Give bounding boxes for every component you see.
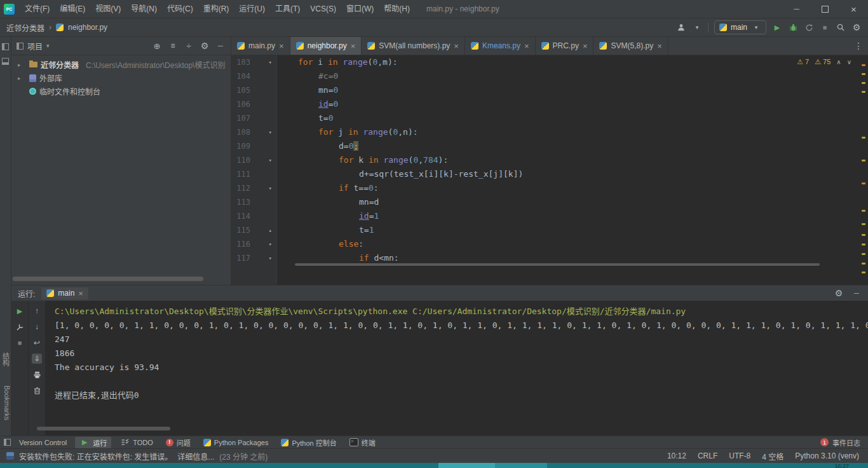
code-text[interactable]: if t==0:: [278, 181, 868, 195]
fold-icon[interactable]: ▾: [250, 237, 278, 251]
console-output[interactable]: C:\Users\Administrator\Desktop\模式识别\分类器作…: [46, 301, 868, 436]
status-details-link[interactable]: 详细信息...: [177, 451, 214, 462]
menu-item[interactable]: VCS(S): [305, 1, 341, 18]
menu-item[interactable]: 文件(F): [20, 1, 55, 18]
status-widget[interactable]: UTF-8: [729, 451, 750, 460]
toolwindow-button-problems[interactable]: !问题: [161, 437, 195, 448]
settings-gear-icon[interactable]: ⚙: [200, 41, 210, 51]
close-icon[interactable]: ×: [454, 41, 459, 51]
fold-icon[interactable]: ▾: [250, 153, 278, 167]
stripe-mark[interactable]: [862, 182, 865, 184]
code-text[interactable]: for k in range(0,784):: [278, 153, 868, 167]
chevron-right-icon[interactable]: ▸: [18, 62, 26, 68]
soft-wrap-icon[interactable]: ↩: [32, 338, 42, 348]
fold-icon[interactable]: ▾: [250, 125, 278, 139]
stripe-mark[interactable]: [862, 210, 865, 212]
toolwindow-button-terminal[interactable]: 终端: [345, 437, 380, 448]
project-panel-title[interactable]: 项目: [27, 41, 43, 52]
toolwindow-switcher-icon[interactable]: [4, 439, 11, 446]
tree-item[interactable]: ▸近邻分类器C:\Users\Administrator\Desktop\模式识…: [11, 58, 231, 71]
notification-icon[interactable]: [6, 452, 14, 460]
tree-item[interactable]: ▸外部库: [11, 71, 231, 85]
tree-item[interactable]: 临时文件和控制台: [11, 85, 231, 98]
status-widget[interactable]: 10:12: [667, 451, 686, 460]
stripe-mark[interactable]: [862, 272, 865, 273]
maximize-button[interactable]: [811, 0, 839, 18]
chevron-down-icon[interactable]: ▾: [46, 43, 50, 49]
stripe-mark[interactable]: [862, 223, 865, 225]
down-stack-icon[interactable]: ↓: [32, 322, 42, 332]
close-icon[interactable]: ×: [351, 41, 356, 51]
code-text[interactable]: t=0: [278, 111, 868, 125]
target-icon[interactable]: ⊕: [152, 41, 162, 51]
error-stripe[interactable]: [862, 55, 867, 285]
menu-item[interactable]: 工具(T): [270, 1, 305, 18]
breadcrumb-root[interactable]: 近邻分类器: [6, 22, 44, 33]
rerun-icon[interactable]: ▶: [15, 306, 25, 316]
toolwindow-button-run[interactable]: ▶运行: [75, 437, 111, 448]
hide-icon[interactable]: ─: [851, 288, 862, 298]
taskbar-app[interactable]: [495, 463, 547, 468]
code-text[interactable]: mn=d: [278, 195, 868, 209]
editor-tab[interactable]: neighbor.py×: [290, 37, 362, 55]
stripe-mark[interactable]: [862, 263, 865, 265]
collapse-all-icon[interactable]: ÷: [184, 41, 194, 51]
status-widget[interactable]: CRLF: [698, 451, 717, 460]
event-log-button[interactable]: 1 事件日志: [820, 437, 864, 448]
run-config-dropdown[interactable]: main▾: [714, 20, 766, 34]
code-text[interactable]: id=1: [278, 209, 868, 223]
menu-item[interactable]: 代码(C): [162, 1, 198, 18]
menu-item[interactable]: 编辑(E): [55, 1, 90, 18]
menu-item[interactable]: 重构(R): [198, 1, 234, 18]
status-widget[interactable]: 4 空格: [762, 451, 783, 462]
minimize-button[interactable]: ─: [782, 0, 811, 18]
code-text[interactable]: mn=0: [278, 83, 868, 97]
editor-tab[interactable]: PRC.py×: [536, 37, 594, 55]
code-text[interactable]: d+=sqr(test_x[i][k]-rest_x[j][k]): [278, 167, 868, 181]
close-button[interactable]: ×: [839, 0, 868, 18]
close-icon[interactable]: ×: [78, 289, 83, 298]
stripe-mark[interactable]: [862, 253, 865, 255]
code-editor[interactable]: 103▾for i in range(0,m):104#c=0105mn=010…: [231, 55, 868, 285]
wrench-icon[interactable]: [15, 322, 25, 332]
toolwindow-button-python-packages[interactable]: Python Packages: [199, 438, 273, 447]
toolwindow-button-todo[interactable]: TODO: [115, 437, 158, 448]
code-text[interactable]: d=0;: [278, 139, 868, 153]
code-text[interactable]: id=0: [278, 97, 868, 111]
project-horizontal-scrollbar[interactable]: [13, 277, 203, 281]
close-icon[interactable]: ×: [279, 41, 284, 51]
editor-tab[interactable]: SVM(all numbers).py×: [362, 37, 465, 55]
code-text[interactable]: t=1: [278, 223, 868, 237]
code-text[interactable]: for j in range(0,n):: [278, 125, 868, 139]
prev-problem-icon[interactable]: ∧: [836, 59, 841, 65]
structure-tool-button[interactable]: 结构: [1, 352, 11, 366]
commit-stripe-icon[interactable]: [2, 58, 9, 65]
stripe-mark[interactable]: [862, 82, 865, 84]
close-icon[interactable]: ×: [657, 41, 662, 51]
fold-icon[interactable]: ▾: [250, 55, 278, 69]
print-icon[interactable]: [32, 369, 42, 380]
stop-icon[interactable]: ■: [15, 338, 25, 348]
editor-tab[interactable]: Kmeans.py×: [465, 37, 536, 55]
menu-item[interactable]: 帮助(H): [379, 1, 415, 18]
close-icon[interactable]: ×: [524, 41, 529, 51]
menu-item[interactable]: 视图(V): [90, 1, 126, 18]
stripe-mark[interactable]: [862, 73, 865, 75]
stripe-mark[interactable]: [862, 244, 865, 245]
breadcrumb-file[interactable]: neighbor.py: [68, 23, 107, 32]
search-icon[interactable]: [836, 22, 846, 32]
stripe-mark[interactable]: [862, 137, 865, 139]
settings-gear-icon[interactable]: ⚙: [834, 288, 844, 298]
more-tabs-icon[interactable]: ⋮: [849, 41, 868, 51]
code-text[interactable]: else:: [278, 237, 868, 251]
code-text[interactable]: for i in range(0,m):: [278, 55, 868, 69]
hide-icon[interactable]: ─: [215, 41, 226, 51]
menu-item[interactable]: 运行(U): [234, 1, 270, 18]
taskbar-active-app[interactable]: [438, 463, 495, 468]
menu-item[interactable]: 导航(N): [126, 1, 162, 18]
coverage-icon[interactable]: [804, 22, 814, 32]
clear-icon[interactable]: [32, 385, 42, 396]
stop-icon[interactable]: ■: [820, 22, 830, 32]
status-widget[interactable]: Python 3.10 (venv): [795, 451, 859, 460]
user-icon[interactable]: [676, 22, 686, 32]
